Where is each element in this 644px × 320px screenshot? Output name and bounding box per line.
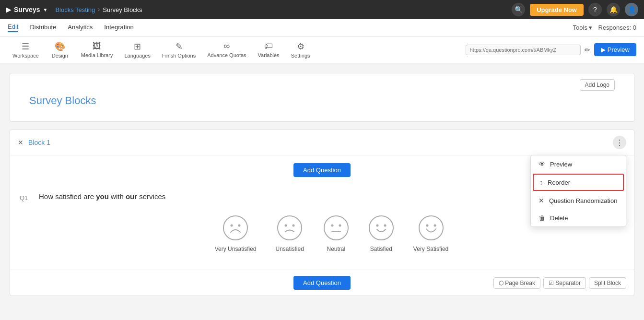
block-menu-button[interactable]: ⋮ bbox=[613, 136, 626, 149]
page-break-button[interactable]: ⬡ Page Break bbox=[493, 277, 540, 289]
nav-integration[interactable]: Integration bbox=[104, 24, 133, 32]
preview-label: Preview bbox=[608, 46, 630, 53]
add-question-bottom-button[interactable]: Add Question bbox=[293, 276, 351, 290]
satisfied-label: Satisfied bbox=[370, 246, 392, 252]
languages-label: Languages bbox=[124, 53, 150, 59]
finish-options-label: Finish Options bbox=[162, 53, 196, 59]
split-block-button[interactable]: Split Block bbox=[589, 277, 626, 289]
dropdown-delete[interactable]: 🗑 Delete bbox=[531, 209, 626, 226]
dropdown-question-randomization[interactable]: ✕ Question Randomization bbox=[531, 192, 626, 209]
svg-point-3 bbox=[278, 216, 302, 240]
reorder-menu-icon: ↕ bbox=[539, 178, 543, 186]
notifications-icon[interactable]: 🔔 bbox=[607, 3, 620, 16]
upgrade-button[interactable]: Upgrade Now bbox=[530, 4, 584, 16]
preview-menu-icon: 👁 bbox=[539, 160, 545, 168]
nav-analytics[interactable]: Analytics bbox=[68, 24, 93, 32]
very-satisfied-face bbox=[418, 215, 444, 241]
smiley-very-satisfied[interactable]: Very Satisfied bbox=[413, 215, 448, 252]
help-icon[interactable]: ? bbox=[588, 3, 602, 16]
neutral-label: Neutral bbox=[327, 246, 346, 252]
add-question-top-button[interactable]: Add Question bbox=[293, 163, 351, 177]
add-logo-button[interactable]: Add Logo bbox=[580, 79, 615, 91]
smiley-neutral[interactable]: Neutral bbox=[323, 215, 349, 252]
svg-point-8 bbox=[339, 225, 341, 227]
survey-title: Survey Blocks bbox=[29, 95, 615, 107]
smiley-satisfied[interactable]: Satisfied bbox=[368, 215, 394, 252]
breadcrumb: Blocks Testing › Survey Blocks bbox=[55, 6, 142, 13]
search-icon[interactable]: 🔍 bbox=[512, 3, 525, 16]
copy-url-icon[interactable]: ✏ bbox=[585, 46, 590, 54]
workspace-label: Workspace bbox=[12, 53, 39, 59]
responses-count: Responses: 0 bbox=[598, 24, 637, 31]
block-footer-actions: ⬡ Page Break ☑ Separator Split Block bbox=[493, 277, 626, 289]
settings-label: Settings bbox=[291, 53, 310, 59]
svg-point-13 bbox=[419, 216, 443, 240]
nav-distribute[interactable]: Distribute bbox=[30, 24, 56, 32]
breadcrumb-project[interactable]: Blocks Testing bbox=[55, 6, 95, 13]
svg-point-10 bbox=[369, 216, 393, 240]
svg-point-14 bbox=[426, 225, 428, 227]
svg-point-2 bbox=[238, 225, 241, 227]
neutral-face bbox=[323, 215, 349, 241]
top-nav-right: 🔍 Upgrade Now ? 🔔 👤 bbox=[512, 3, 638, 16]
toolbar-finish-options[interactable]: ✎ Finish Options bbox=[157, 39, 200, 60]
page-break-icon: ⬡ bbox=[499, 280, 503, 286]
svg-point-12 bbox=[384, 225, 386, 227]
brand-icon: ▶ bbox=[6, 6, 11, 13]
advance-quotas-icon: ∞ bbox=[223, 41, 230, 51]
languages-icon: ⊞ bbox=[134, 41, 141, 52]
main-content: Add Logo Survey Blocks ✕ Block 1 ⋮ Add Q… bbox=[0, 63, 644, 320]
very-unsatisfied-face bbox=[222, 215, 248, 241]
satisfied-face bbox=[368, 215, 394, 241]
smiley-very-unsatisfied[interactable]: Very Unsatisfied bbox=[215, 215, 257, 252]
unsatisfied-face bbox=[277, 215, 303, 241]
dropdown-preview[interactable]: 👁 Preview bbox=[531, 155, 626, 173]
smiley-unsatisfied[interactable]: Unsatisfied bbox=[275, 215, 304, 252]
sec-nav-right: Tools ▾ Responses: 0 bbox=[573, 24, 636, 31]
brand-dropdown-arrow[interactable]: ▼ bbox=[43, 7, 47, 12]
survey-header-card: Add Logo Survey Blocks bbox=[10, 73, 634, 122]
variables-label: Variables bbox=[258, 52, 280, 58]
svg-point-0 bbox=[223, 216, 247, 240]
design-icon: 🎨 bbox=[55, 41, 65, 52]
workspace-icon: ☰ bbox=[22, 41, 29, 52]
svg-point-7 bbox=[331, 225, 333, 227]
toolbar-workspace[interactable]: ☰ Workspace bbox=[8, 39, 44, 60]
split-block-label: Split Block bbox=[594, 280, 621, 286]
survey-url-input[interactable] bbox=[466, 45, 581, 55]
toolbar-variables[interactable]: 🏷 Variables bbox=[253, 39, 284, 60]
toolbar-settings[interactable]: ⚙ Settings bbox=[286, 39, 315, 60]
toolbar-advance-quotas[interactable]: ∞ Advance Quotas bbox=[202, 39, 251, 60]
delete-menu-label: Delete bbox=[550, 214, 568, 222]
unsatisfied-label: Unsatisfied bbox=[275, 246, 304, 252]
very-unsatisfied-label: Very Unsatisfied bbox=[215, 246, 257, 252]
block-card: ✕ Block 1 ⋮ Add Question Q1 How satisfie… bbox=[10, 130, 634, 296]
tools-menu[interactable]: Tools ▾ bbox=[573, 24, 593, 31]
block-collapse-icon[interactable]: ✕ bbox=[18, 139, 23, 146]
user-avatar[interactable]: 👤 bbox=[625, 3, 638, 16]
brand-label: Surveys bbox=[14, 6, 40, 13]
media-library-icon: 🖼 bbox=[93, 41, 101, 51]
toolbar-right: ✏ ▶ Preview bbox=[466, 43, 636, 56]
toolbar-languages[interactable]: ⊞ Languages bbox=[119, 39, 155, 60]
block-dropdown-menu: 👁 Preview ↕ Reorder ✕ Question Randomiza… bbox=[530, 155, 626, 227]
separator-button[interactable]: ☑ Separator bbox=[543, 277, 586, 289]
very-satisfied-label: Very Satisfied bbox=[413, 246, 448, 252]
settings-icon: ⚙ bbox=[297, 41, 304, 52]
nav-edit[interactable]: Edit bbox=[8, 23, 18, 32]
preview-button[interactable]: ▶ Preview bbox=[594, 43, 636, 56]
delete-menu-icon: 🗑 bbox=[539, 214, 545, 222]
svg-point-4 bbox=[285, 225, 287, 227]
page-break-label: Page Break bbox=[505, 280, 535, 286]
brand[interactable]: ▶ Surveys ▼ bbox=[6, 6, 47, 13]
toolbar-media-library[interactable]: 🖼 Media Library bbox=[76, 39, 118, 60]
media-library-label: Media Library bbox=[81, 52, 113, 58]
svg-point-5 bbox=[293, 225, 295, 227]
dropdown-reorder[interactable]: ↕ Reorder bbox=[533, 174, 624, 191]
breadcrumb-separator: › bbox=[98, 6, 100, 13]
toolbar: ☰ Workspace 🎨 Design 🖼 Media Library ⊞ L… bbox=[0, 36, 644, 63]
advance-quotas-label: Advance Quotas bbox=[207, 52, 246, 58]
toolbar-design[interactable]: 🎨 Design bbox=[46, 39, 74, 60]
finish-options-icon: ✎ bbox=[176, 41, 183, 52]
randomization-menu-label: Question Randomization bbox=[549, 197, 617, 204]
